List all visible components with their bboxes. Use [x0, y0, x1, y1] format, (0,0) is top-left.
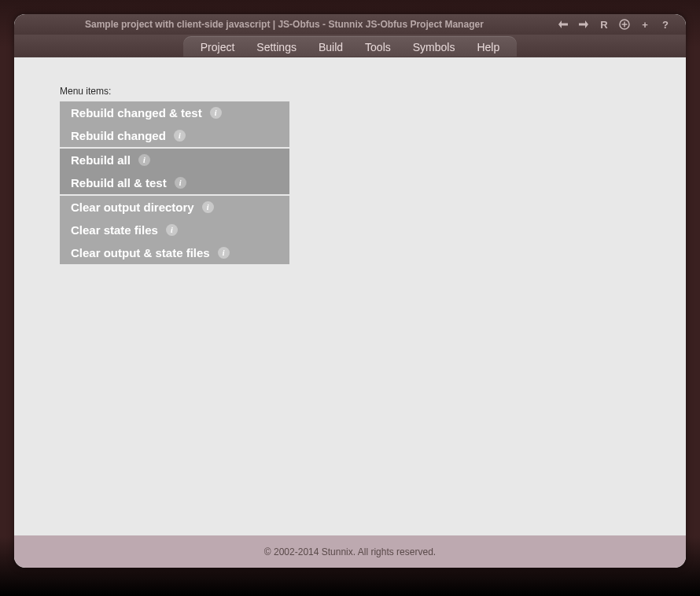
menubar: Project Settings Build Tools Symbols Hel… — [14, 35, 686, 57]
menu-item-label: Clear state files — [71, 223, 158, 237]
menu-settings[interactable]: Settings — [245, 36, 308, 57]
menu-item-label: Clear output & state files — [71, 246, 210, 259]
menu-item-rebuild-changed[interactable]: Rebuild changed i — [60, 124, 289, 147]
footer: © 2002-2014 Stunnix. All rights reserved… — [14, 535, 686, 568]
section-label: Menu items: — [60, 86, 640, 97]
add-button[interactable]: + — [639, 18, 651, 31]
menu-item-label: Rebuild changed — [71, 129, 166, 142]
menu-item-label: Rebuild all — [71, 153, 131, 167]
info-icon[interactable]: i — [175, 177, 186, 189]
info-icon[interactable]: i — [218, 247, 230, 259]
arrow-left-icon — [558, 20, 568, 28]
menu-symbols[interactable]: Symbols — [402, 36, 466, 57]
help-button[interactable]: ? — [659, 18, 672, 31]
menu-project[interactable]: Project — [190, 36, 246, 57]
info-icon[interactable]: i — [210, 107, 222, 119]
menu-help[interactable]: Help — [466, 36, 510, 57]
menu-item-clear-output[interactable]: Clear output directory i — [60, 196, 289, 219]
zoom-button[interactable] — [618, 18, 631, 31]
outer-frame: Sample project with client-side javascri… — [0, 0, 700, 596]
window-title: Sample project with client-side javascri… — [85, 19, 484, 30]
reload-icon: R — [600, 19, 607, 31]
footer-text: © 2002-2014 Stunnix. All rights reserved… — [264, 546, 436, 557]
menu-group-1: Rebuild changed & test i Rebuild changed… — [60, 101, 289, 147]
menu-item-clear-state[interactable]: Clear state files i — [60, 219, 289, 241]
menu-item-rebuild-changed-test[interactable]: Rebuild changed & test i — [60, 101, 289, 124]
plus-icon: + — [642, 19, 648, 31]
menu-item-label: Rebuild all & test — [71, 176, 167, 189]
titlebar-tools: R + ? — [557, 14, 672, 35]
arrow-right-icon — [579, 20, 588, 28]
menu-group-3: Clear output directory i Clear state fil… — [60, 196, 289, 264]
reload-button[interactable]: R — [598, 18, 610, 31]
menu-item-rebuild-all[interactable]: Rebuild all i — [60, 149, 289, 171]
titlebar: Sample project with client-side javascri… — [14, 14, 686, 35]
menu-item-rebuild-all-test[interactable]: Rebuild all & test i — [60, 171, 289, 194]
menu-group-2: Rebuild all i Rebuild all & test i — [60, 149, 289, 194]
info-icon[interactable]: i — [166, 224, 178, 236]
forward-button[interactable] — [577, 18, 590, 31]
zoom-circled-icon — [619, 19, 630, 30]
menu-panel: Rebuild changed & test i Rebuild changed… — [60, 101, 289, 264]
info-icon[interactable]: i — [138, 154, 150, 166]
menubar-inner: Project Settings Build Tools Symbols Hel… — [183, 36, 517, 57]
menu-item-clear-output-state[interactable]: Clear output & state files i — [60, 241, 289, 264]
app-window: Sample project with client-side javascri… — [14, 14, 686, 568]
info-icon[interactable]: i — [174, 130, 186, 142]
menu-tools[interactable]: Tools — [354, 36, 402, 57]
info-icon[interactable]: i — [202, 201, 214, 213]
content-area: Menu items: Rebuild changed & test i Reb… — [14, 57, 686, 535]
question-icon: ? — [662, 19, 669, 31]
menu-build[interactable]: Build — [308, 36, 354, 57]
back-button[interactable] — [557, 18, 569, 31]
menu-item-label: Clear output directory — [71, 201, 194, 214]
menu-item-label: Rebuild changed & test — [71, 106, 202, 120]
